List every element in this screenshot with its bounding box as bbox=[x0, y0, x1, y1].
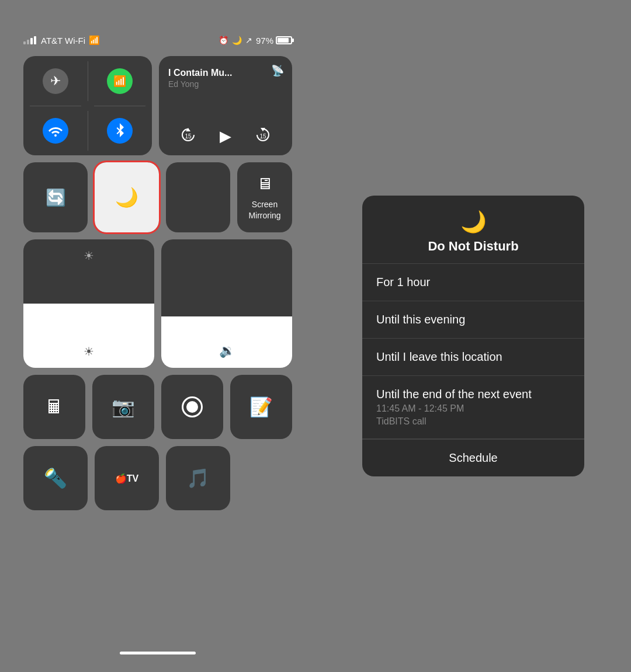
control-center-panel: AT&T Wi-Fi 📶 ⏰ 🌙 ↗ 97% ✈ � bbox=[0, 0, 316, 672]
notes-button[interactable]: 📝 bbox=[230, 375, 292, 439]
signal-bars bbox=[23, 36, 36, 44]
audio-icon: 🎵 bbox=[186, 467, 210, 489]
dnd-option-1-hour-label: For 1 hour bbox=[376, 276, 570, 289]
cc-grid: ✈ 📶 bbox=[23, 56, 292, 510]
dnd-option-next-event-time: 11:45 AM - 12:45 PM bbox=[376, 403, 570, 414]
battery: 97% bbox=[256, 36, 292, 46]
dnd-schedule-section[interactable]: Schedule bbox=[362, 439, 584, 476]
moon-icon: 🌙 bbox=[115, 186, 138, 208]
now-playing-artist: Ed Yong bbox=[168, 79, 283, 89]
bluetooth-icon-circle bbox=[107, 118, 133, 144]
apple-tv-button[interactable]: 🍎TV bbox=[95, 446, 159, 510]
play-button[interactable]: ▶ bbox=[220, 127, 231, 145]
screen-mirroring-icon: 🖥 bbox=[256, 174, 273, 193]
airplane-icon-circle: ✈ bbox=[43, 68, 68, 94]
signal-bar-2 bbox=[27, 40, 29, 44]
wifi-status-icon: 📶 bbox=[89, 35, 100, 46]
dnd-panel: 🌙 Do Not Disturb For 1 hour Until this e… bbox=[316, 0, 631, 672]
signal-bar-4 bbox=[34, 36, 36, 44]
dnd-card: 🌙 Do Not Disturb For 1 hour Until this e… bbox=[362, 196, 584, 476]
cc-row3: ☀ ☀ 🔉 bbox=[23, 239, 292, 368]
now-playing-title: I Contain Mu... bbox=[168, 68, 283, 78]
dnd-header: 🌙 Do Not Disturb bbox=[362, 196, 584, 264]
camera-button[interactable]: 📷 bbox=[92, 375, 154, 439]
screen-lock-icon: 🔄 bbox=[46, 188, 66, 207]
cellular-button[interactable]: 📶 bbox=[88, 56, 152, 106]
svg-text:15: 15 bbox=[259, 133, 266, 140]
volume-slider[interactable]: 🔉 bbox=[161, 239, 292, 368]
playback-controls: 15 ▶ 15 bbox=[168, 127, 283, 146]
screen-lock-button[interactable]: 🔄 bbox=[23, 162, 88, 232]
brightness-max-icon: ☀ bbox=[84, 249, 94, 263]
flashlight-icon: 🔦 bbox=[44, 467, 67, 489]
volume-icon: 🔉 bbox=[219, 343, 235, 358]
unknown-button-1[interactable] bbox=[166, 162, 230, 232]
cc-row4: 🖩 📷 📝 bbox=[23, 375, 292, 439]
carrier-label: AT&T Wi-Fi bbox=[41, 36, 85, 46]
cc-row2: 🔄 🌙 🖥 ScreenMirroring bbox=[23, 162, 292, 232]
moon-status-icon: 🌙 bbox=[232, 36, 242, 45]
airplay-icon: 📡 bbox=[271, 64, 284, 77]
battery-icon bbox=[276, 36, 292, 44]
location-icon: ↗ bbox=[245, 36, 252, 45]
cc-row5: 🔦 🍎TV 🎵 bbox=[23, 446, 292, 510]
rewind-15-button[interactable]: 15 bbox=[180, 127, 196, 146]
battery-fill bbox=[278, 38, 289, 43]
apple-tv-icon: 🍎TV bbox=[115, 473, 138, 484]
cc-row1: ✈ 📶 bbox=[23, 56, 292, 155]
do-not-disturb-button[interactable]: 🌙 bbox=[95, 162, 159, 232]
dnd-option-1-hour[interactable]: For 1 hour bbox=[362, 264, 584, 301]
dnd-option-evening-label: Until this evening bbox=[376, 313, 570, 326]
screen-mirroring-button[interactable]: 🖥 ScreenMirroring bbox=[237, 162, 292, 232]
home-indicator bbox=[120, 652, 196, 654]
dnd-title: Do Not Disturb bbox=[428, 239, 518, 254]
calculator-button[interactable]: 🖩 bbox=[23, 375, 85, 439]
dnd-option-next-event-name: TidBITS call bbox=[376, 416, 570, 427]
dnd-option-evening[interactable]: Until this evening bbox=[362, 301, 584, 339]
now-playing-widget[interactable]: 📡 I Contain Mu... Ed Yong 15 ▶ 15 bbox=[159, 56, 292, 155]
status-right: ⏰ 🌙 ↗ 97% bbox=[219, 36, 292, 46]
bluetooth-button[interactable] bbox=[88, 106, 152, 155]
record-icon bbox=[182, 396, 203, 417]
dnd-schedule-label: Schedule bbox=[449, 451, 497, 464]
brightness-min-icon: ☀ bbox=[84, 344, 94, 358]
brightness-slider[interactable]: ☀ ☀ bbox=[23, 239, 154, 368]
wifi-icon-circle bbox=[43, 118, 68, 144]
audio-button[interactable]: 🎵 bbox=[166, 446, 230, 510]
calculator-icon: 🖩 bbox=[45, 396, 64, 418]
forward-15-button[interactable]: 15 bbox=[255, 127, 271, 146]
screen-mirroring-label: ScreenMirroring bbox=[248, 199, 280, 220]
status-bar: AT&T Wi-Fi 📶 ⏰ 🌙 ↗ 97% bbox=[23, 35, 292, 46]
dnd-option-next-event-label: Until the end of the next event bbox=[376, 388, 570, 401]
dnd-option-next-event[interactable]: Until the end of the next event 11:45 AM… bbox=[362, 376, 584, 439]
camera-icon: 📷 bbox=[112, 396, 135, 418]
notes-icon: 📝 bbox=[249, 396, 273, 418]
airplane-mode-button[interactable]: ✈ bbox=[23, 56, 88, 106]
dnd-option-location-label: Until I leave this location bbox=[376, 350, 570, 364]
signal-bar-3 bbox=[30, 38, 33, 44]
svg-text:15: 15 bbox=[185, 133, 192, 140]
status-left: AT&T Wi-Fi 📶 bbox=[23, 35, 100, 46]
network-block: ✈ 📶 bbox=[23, 56, 152, 155]
screen-record-button[interactable] bbox=[161, 375, 223, 439]
dnd-moon-icon: 🌙 bbox=[460, 210, 487, 234]
cellular-icon-circle: 📶 bbox=[107, 68, 133, 94]
dnd-option-location[interactable]: Until I leave this location bbox=[362, 339, 584, 376]
battery-percent: 97% bbox=[256, 36, 273, 46]
flashlight-button[interactable]: 🔦 bbox=[23, 446, 88, 510]
wifi-button[interactable] bbox=[23, 106, 88, 155]
signal-bar-1 bbox=[23, 41, 26, 44]
volume-fill bbox=[161, 316, 292, 368]
alarm-icon: ⏰ bbox=[219, 36, 228, 45]
